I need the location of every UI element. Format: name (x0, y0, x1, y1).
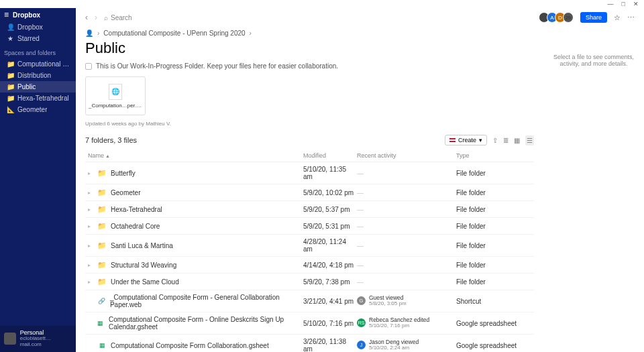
topbar: ‹ › ⌕ Search AD29 Share ☆ ⋯ (76, 8, 644, 27)
folder-icon: 📁 (97, 277, 107, 286)
table-row[interactable]: ▦ Computational Composite Form - Online … (85, 312, 534, 335)
folder-icon: 📁 (97, 221, 107, 231)
window-maximize[interactable]: □ (622, 1, 625, 7)
activity-time: 5/10/20, 2:24 am (369, 345, 419, 351)
sidebar-folder-item[interactable]: 📐Geometer (0, 104, 76, 115)
item-count: 7 folders, 3 files (85, 136, 137, 144)
breadcrumb-parent[interactable]: Computational Composite - UPenn Spring 2… (103, 30, 245, 37)
sidebar-folder-item[interactable]: 📁Public (0, 81, 76, 93)
table-row[interactable]: ▦ Computational Composite Form Collabora… (85, 335, 534, 352)
file-card[interactable]: 🌐 _Computation…per.web (85, 76, 146, 115)
row-modified: 5/9/20, 5:31 pm (303, 223, 357, 230)
window-close[interactable]: ✕ (633, 1, 639, 7)
share-button[interactable]: Share (580, 12, 607, 23)
row-type: File folder (456, 189, 534, 196)
activity-empty: — (357, 189, 364, 196)
row-type: File folder (456, 223, 534, 230)
table-header: Name▲ Modified Recent activity Type (85, 150, 534, 162)
table-row[interactable]: ▸ 📁 Butterfly 5/10/20, 11:35 am — File f… (85, 162, 534, 184)
table-row[interactable]: ▸ 📁 Octahedral Core 5/9/20, 5:31 pm — Fi… (85, 218, 534, 235)
brand-label: Dropbox (13, 11, 40, 19)
expand-icon[interactable]: ▸ (88, 223, 93, 229)
create-button[interactable]: Create ▾ (445, 135, 487, 145)
folder-icon: 📁 (7, 83, 13, 91)
folder-icon: 📁 (97, 188, 107, 197)
chevron-right-icon: › (97, 30, 99, 37)
table-row[interactable]: ▸ 📁 Geometer 5/9/20, 10:02 pm — File fol… (85, 184, 534, 201)
sidebar-user[interactable]: Personal ecloblasett…mail.com (0, 326, 76, 352)
sidebar-header[interactable]: ≡ Dropbox (0, 8, 76, 21)
hamburger-icon[interactable]: ≡ (4, 10, 9, 19)
col-modified-header[interactable]: Modified (303, 152, 357, 159)
row-name: Octahedral Core (111, 223, 160, 230)
folder-description: This is Our Work-In-Progress Folder. Kee… (96, 62, 338, 70)
activity-avatar: RS (357, 318, 366, 327)
activity-time: 5/8/20, 3:05 pm (369, 301, 407, 307)
row-activity: — (357, 242, 456, 249)
view-list-icon[interactable]: ≣ (503, 137, 508, 144)
search-input[interactable]: ⌕ Search (104, 14, 535, 21)
table-row[interactable]: ▸ 📁 Under the Same Cloud 5/9/20, 7:38 pm… (85, 274, 534, 290)
view-detail-icon[interactable]: ☰ (525, 135, 534, 145)
link-icon: 🔗 (97, 296, 106, 306)
chevron-right-icon: › (250, 30, 252, 37)
nav-label: Dropbox (17, 23, 43, 31)
expand-icon[interactable]: ▸ (88, 190, 93, 196)
table-row[interactable]: ▸ 📁 Santi Luca & Martina 4/28/20, 11:24 … (85, 235, 534, 257)
window-minimize[interactable]: — (608, 1, 614, 7)
star-icon[interactable]: ☆ (614, 13, 621, 22)
row-name: Hexa-Tetrahedral (111, 206, 162, 213)
nav-icon: 👤 (7, 23, 13, 31)
row-modified: 5/9/20, 7:38 pm (303, 278, 357, 286)
col-name-header[interactable]: Name▲ (85, 152, 303, 159)
col-type-header[interactable]: Type (456, 152, 534, 159)
breadcrumb-root-icon[interactable]: 👤 (85, 30, 93, 37)
row-type: File folder (456, 242, 534, 249)
row-type: Google spreadsheet (456, 342, 534, 349)
table-row[interactable]: ▸ 📁 Structural 3d Weaving 4/14/20, 4:18 … (85, 257, 534, 274)
collaborator-avatars[interactable]: AD29 (541, 12, 574, 23)
expand-icon[interactable]: ▸ (88, 207, 93, 213)
activity-time: 5/10/20, 7:16 pm (369, 323, 429, 329)
row-type: Google spreadsheet (456, 320, 534, 327)
row-type: File folder (456, 278, 534, 286)
row-type: File folder (456, 261, 534, 269)
folder-icon: 📁 (7, 60, 13, 68)
flag-icon (449, 138, 455, 142)
col-activity-header[interactable]: Recent activity (357, 152, 456, 159)
sidebar-nav-item[interactable]: ★Starred (0, 33, 76, 44)
folder-icon: 📁 (97, 260, 107, 270)
more-icon[interactable]: ⋯ (627, 13, 635, 22)
nav-forward-icon[interactable]: › (95, 13, 97, 22)
sheet-icon: ▦ (97, 318, 105, 328)
user-avatar-icon (4, 333, 16, 345)
row-name: Santi Luca & Martina (111, 242, 173, 249)
expand-icon[interactable]: ▸ (88, 170, 93, 176)
folder-icon: 📁 (7, 72, 13, 79)
expand-icon[interactable]: ▸ (88, 279, 93, 285)
table-row[interactable]: 🔗 _Computational Composite Form - Genera… (85, 290, 534, 312)
row-name: Under the Same Cloud (111, 278, 179, 286)
row-name: _Computational Composite Form - General … (110, 294, 303, 308)
search-icon: ⌕ (104, 14, 108, 21)
view-grid-icon[interactable]: ▦ (514, 137, 520, 144)
upload-icon[interactable]: ⇪ (492, 137, 498, 144)
expand-icon[interactable]: ▸ (88, 243, 93, 249)
expand-icon[interactable]: ▸ (88, 262, 93, 268)
activity-avatar: J (357, 341, 366, 349)
avatar-overflow-count[interactable]: 29 (563, 12, 574, 23)
sidebar-folder-item[interactable]: 📁Hexa-Tetrahedral (0, 93, 76, 104)
activity-avatar: G (357, 296, 366, 305)
folder-icon: 📁 (97, 204, 107, 214)
description-checkbox[interactable] (85, 63, 92, 70)
sidebar-folder-item[interactable]: 📁Distribution (0, 70, 76, 81)
sidebar-folder-item[interactable]: 📁Computational Co… (0, 58, 76, 70)
sidebar: ≡ Dropbox 👤Dropbox★Starred Spaces and fo… (0, 8, 76, 352)
row-activity: — (357, 189, 456, 196)
row-name: Computational Composite Form - Online De… (109, 316, 303, 331)
table-row[interactable]: ▸ 📁 Hexa-Tetrahedral 5/9/20, 5:37 pm — F… (85, 201, 534, 218)
nav-back-icon[interactable]: ‹ (85, 13, 88, 22)
activity-empty: — (357, 170, 364, 177)
row-modified: 5/9/20, 10:02 pm (303, 189, 357, 196)
sidebar-nav-item[interactable]: 👤Dropbox (0, 21, 76, 33)
